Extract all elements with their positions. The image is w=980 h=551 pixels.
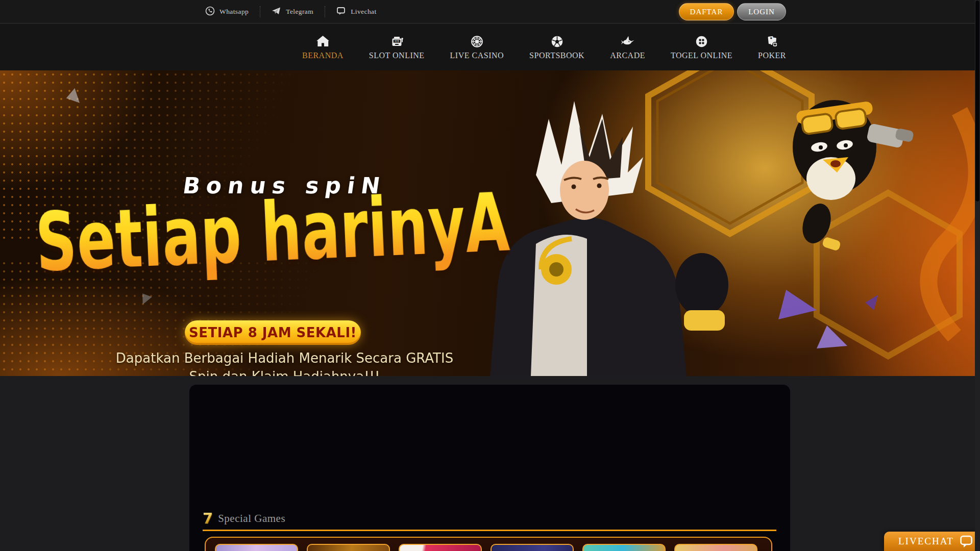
topbar-container: Whatsapp Telegram Livechat DAFTAR LOGIN (194, 0, 786, 23)
telegram-link[interactable]: Telegram (260, 6, 325, 17)
auth-buttons: DAFTAR LOGIN (679, 3, 786, 20)
halftone-dots-bottom (0, 259, 388, 376)
livechat-icon (336, 6, 346, 18)
game-card-3[interactable] (399, 544, 482, 551)
nav-label: LIVE CASINO (450, 51, 504, 60)
special-games-header: 7 Special Games (203, 511, 285, 526)
nav-label: ARCADE (610, 51, 645, 60)
nav-item-sportsbook[interactable]: SPORTSBOOK (529, 35, 584, 60)
whatsapp-label: Whatsapp (219, 8, 249, 16)
nav-label: SLOT ONLINE (369, 51, 425, 60)
nav-item-beranda[interactable]: BERANDA (302, 35, 344, 60)
whatsapp-link[interactable]: Whatsapp (194, 6, 260, 17)
content-panel: 7 Special Games (189, 385, 790, 551)
banner-subtitle: Dapatkan Berbagai Hadiah Menarik Secara … (0, 349, 569, 376)
glass-shard (139, 293, 152, 307)
banner-copy: Bonus spiN Setiap harinyA SETIAP 8 JAM S… (0, 70, 569, 376)
banner-subtitle-line2: Spin dan Klaim Hadiahnya!!! (0, 367, 569, 376)
nav-item-poker[interactable]: ♥ POKER (758, 35, 786, 60)
promo-banner[interactable]: Bonus spiN Setiap harinyA SETIAP 8 JAM S… (0, 70, 980, 376)
nav-label: TOGEL ONLINE (671, 51, 732, 60)
nav-item-live-casino[interactable]: LIVE CASINO (450, 35, 504, 60)
scrollbar-track[interactable] (975, 0, 980, 551)
topbar: Whatsapp Telegram Livechat DAFTAR LOGIN (0, 0, 980, 23)
scrollbar-thumb[interactable] (975, 0, 980, 202)
game-card-1[interactable] (215, 544, 298, 551)
seven-icon: 7 (203, 511, 213, 526)
special-games-title: Special Games (218, 512, 285, 525)
halftone-dots-top (0, 70, 327, 239)
special-games-panel (205, 537, 772, 551)
banner-badge: SETIAP 8 JAM SEKALI! (185, 320, 361, 345)
nav-item-slot-online[interactable]: 777 SLOT ONLINE (369, 35, 425, 60)
whatsapp-icon (205, 6, 215, 18)
navbar-container: BERANDA 777 SLOT ONLINE LIVE CASINO SPOR… (194, 24, 786, 70)
svg-text:♥: ♥ (770, 37, 772, 40)
livechat-link[interactable]: Livechat (325, 6, 387, 17)
poker-cards-icon: ♥ (765, 35, 779, 48)
contact-links: Whatsapp Telegram Livechat (194, 0, 388, 23)
game-card-2[interactable] (307, 544, 390, 551)
main-navbar: BERANDA 777 SLOT ONLINE LIVE CASINO SPOR… (0, 24, 980, 70)
nav-item-arcade[interactable]: ARCADE (610, 35, 645, 60)
livechat-widget-button[interactable]: LIVECHAT (884, 532, 979, 551)
game-card-6[interactable] (674, 544, 757, 551)
number-grid-icon (695, 35, 708, 48)
telegram-label: Telegram (286, 8, 313, 16)
banner-title-big: Setiap harinyA (34, 175, 511, 289)
fish-icon (621, 35, 634, 48)
nav-label: BERANDA (302, 51, 344, 60)
home-icon (316, 35, 330, 48)
chat-bubble-icon (960, 535, 973, 548)
livechat-widget-label: LIVECHAT (898, 536, 954, 547)
soccer-ball-icon (550, 35, 564, 48)
livechat-label: Livechat (351, 8, 376, 16)
nav-item-togel-online[interactable]: TOGEL ONLINE (671, 35, 732, 60)
nav-label: POKER (758, 51, 786, 60)
login-button[interactable]: LOGIN (737, 3, 786, 20)
banner-subtitle-line1: Dapatkan Berbagai Hadiah Menarik Secara … (0, 349, 569, 367)
svg-text:777: 777 (395, 39, 399, 42)
roulette-icon (470, 35, 484, 48)
game-card-5[interactable] (582, 544, 666, 551)
telegram-icon (272, 6, 281, 18)
banner-title-small: Bonus spiN (0, 172, 571, 198)
glass-shard (66, 88, 85, 107)
banner-character-art (459, 70, 980, 376)
special-games-underline (203, 530, 776, 531)
nav-label: SPORTSBOOK (529, 51, 584, 60)
daftar-button[interactable]: DAFTAR (679, 3, 734, 20)
game-card-4[interactable] (491, 544, 574, 551)
slot-machine-icon: 777 (390, 35, 404, 48)
